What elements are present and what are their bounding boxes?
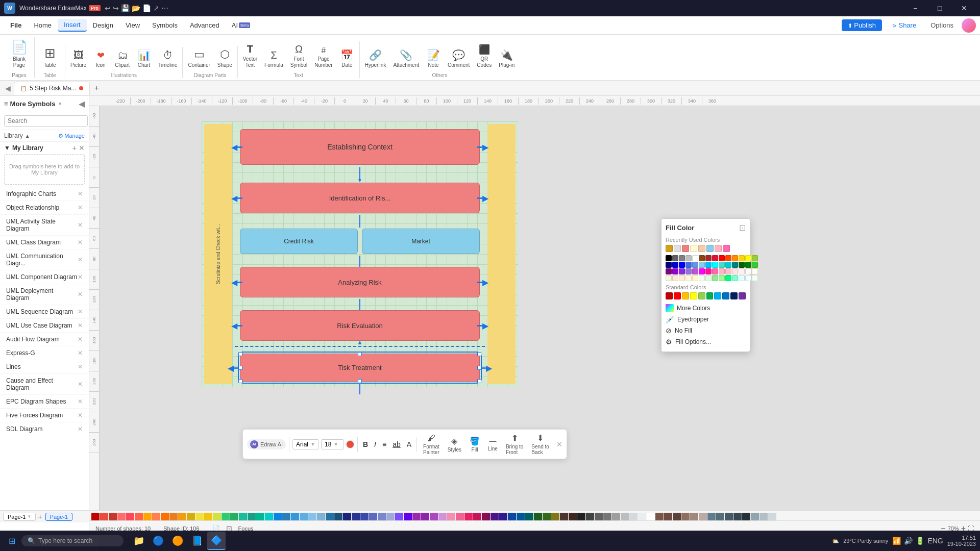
- sidebar-item-close[interactable]: ✕: [78, 256, 83, 263]
- add-page-button[interactable]: +: [38, 513, 42, 521]
- cg-36[interactable]: [712, 268, 718, 274]
- menu-symbols[interactable]: Symbols: [146, 19, 184, 31]
- menu-home[interactable]: Home: [28, 19, 58, 31]
- palette-71[interactable]: [699, 513, 707, 521]
- cg-37[interactable]: [719, 268, 725, 274]
- share-button[interactable]: ⊳ Share: [886, 19, 922, 31]
- sidebar-item-close[interactable]: ✕: [78, 308, 83, 315]
- palette-40[interactable]: [430, 513, 438, 521]
- cg-14[interactable]: [752, 255, 758, 261]
- ribbon-qr-codes[interactable]: ⬛ QRCodes: [474, 42, 495, 70]
- cg-51[interactable]: [719, 275, 725, 281]
- my-library-close[interactable]: ✕: [79, 144, 85, 152]
- cg-38[interactable]: [725, 268, 731, 274]
- recent-color-6[interactable]: [706, 245, 714, 252]
- palette-68[interactable]: [673, 513, 681, 521]
- palette-76[interactable]: [742, 513, 750, 521]
- cg-41[interactable]: [745, 268, 751, 274]
- std-3[interactable]: [682, 292, 689, 299]
- styles-button[interactable]: ◈ Styles: [445, 435, 464, 454]
- page-tab-active[interactable]: Page-1: [45, 513, 72, 521]
- palette-47[interactable]: [491, 513, 499, 521]
- palette-56[interactable]: [569, 513, 577, 521]
- shape-establishing-context[interactable]: Establishing Context ◀━ ━▶: [240, 129, 480, 165]
- std-7[interactable]: [714, 292, 721, 299]
- palette-15[interactable]: [213, 513, 221, 521]
- cg-8[interactable]: [712, 255, 718, 261]
- palette-38[interactable]: [412, 513, 421, 521]
- cg-49[interactable]: [705, 275, 712, 281]
- palette-36[interactable]: [395, 513, 403, 521]
- bring-to-front-button[interactable]: ⬆ Bring toFront: [503, 432, 526, 457]
- cg-40[interactable]: [739, 268, 745, 274]
- palette-46[interactable]: [482, 513, 490, 521]
- publish-button[interactable]: ⬆ Publish: [842, 19, 882, 31]
- size-selector[interactable]: 18 ▼: [321, 439, 344, 449]
- palette-39[interactable]: [421, 513, 429, 521]
- ribbon-clipart[interactable]: 🗂 Clipart: [112, 47, 133, 70]
- sidebar-item-uml-sequence[interactable]: UML Sequence Diagram ✕: [0, 305, 89, 319]
- ribbon-page-number[interactable]: # PageNumber: [311, 44, 336, 70]
- canvas-area[interactable]: -220 -200 -180 -160 -140 -120 -100 -80 -…: [89, 96, 980, 551]
- ribbon-font-symbol[interactable]: Ω FontSymbol: [287, 41, 310, 70]
- ribbon-plugin[interactable]: 🔌 Plug-in: [496, 47, 518, 70]
- close-button[interactable]: ✕: [952, 0, 976, 16]
- std-4[interactable]: [690, 292, 697, 299]
- cg-54[interactable]: [739, 275, 745, 281]
- palette-59[interactable]: [595, 513, 603, 521]
- sidebar-item-close[interactable]: ✕: [78, 239, 83, 246]
- palette-65[interactable]: [647, 513, 655, 521]
- std-5[interactable]: [698, 292, 705, 299]
- color-indicator[interactable]: [346, 440, 354, 448]
- sidebar-item-five-forces[interactable]: Five Forces Diagram ✕: [0, 409, 89, 422]
- sidebar-item-close[interactable]: ✕: [78, 204, 83, 211]
- palette-21[interactable]: [265, 513, 273, 521]
- palette-51[interactable]: [525, 513, 533, 521]
- shape-tisk-treatment[interactable]: Tisk Treatment ▲: [240, 354, 480, 382]
- cg-27[interactable]: [745, 262, 751, 268]
- manage-button[interactable]: ⚙ Manage: [58, 133, 85, 139]
- sidebar-item-cause-effect[interactable]: Cause and Effect Diagram ✕: [0, 374, 89, 395]
- sidebar-item-close[interactable]: ✕: [78, 349, 83, 357]
- palette-17[interactable]: [230, 513, 238, 521]
- font-selector[interactable]: Arial ▼: [292, 439, 319, 449]
- palette-8[interactable]: [152, 513, 160, 521]
- recent-color-7[interactable]: [715, 245, 722, 252]
- palette-22[interactable]: [274, 513, 282, 521]
- sidebar-item-object-relationship[interactable]: Object Relationship ✕: [0, 201, 89, 215]
- undo-button[interactable]: ↩: [105, 4, 111, 12]
- menu-view[interactable]: View: [119, 19, 146, 31]
- sidebar-item-infographic[interactable]: Infographic Charts ✕: [0, 187, 89, 201]
- ribbon-date[interactable]: 📅 Date: [337, 47, 357, 70]
- handle-br[interactable]: [477, 379, 481, 383]
- sidebar-collapse-left[interactable]: ◀: [2, 84, 14, 92]
- handle-tl[interactable]: [238, 352, 242, 356]
- no-fill-button[interactable]: ⊘ No Fill: [666, 325, 746, 336]
- cg-19[interactable]: [692, 262, 698, 268]
- std-8[interactable]: [722, 292, 729, 299]
- sidebar-item-close[interactable]: ✕: [78, 363, 83, 370]
- connect-arrow-right[interactable]: ━▶: [481, 363, 492, 372]
- handle-tc[interactable]: [358, 352, 362, 356]
- cg-25[interactable]: [732, 262, 738, 268]
- palette-35[interactable]: [386, 513, 395, 521]
- taskbar-app-browser-chrome[interactable]: 🟠: [168, 532, 187, 550]
- search-input[interactable]: [4, 115, 88, 127]
- handle-tr[interactable]: [477, 352, 481, 356]
- ribbon-chart[interactable]: 📊 Chart: [134, 47, 154, 70]
- maximize-button[interactable]: □: [928, 0, 951, 16]
- recent-color-2[interactable]: [674, 245, 681, 252]
- share-titlebar-button[interactable]: ↗: [153, 4, 159, 12]
- cg-5[interactable]: [692, 255, 698, 261]
- palette-2[interactable]: [100, 513, 108, 521]
- palette-10[interactable]: [169, 513, 178, 521]
- handle-bc[interactable]: [358, 379, 362, 383]
- cg-31[interactable]: [679, 268, 685, 274]
- save-button[interactable]: 💾: [121, 4, 130, 12]
- document-tab[interactable]: 📋 5 Step Risk Ma...: [14, 82, 90, 95]
- palette-44[interactable]: [464, 513, 473, 521]
- format-painter-button[interactable]: 🖌 FormatPainter: [420, 432, 443, 457]
- palette-27[interactable]: [317, 513, 325, 521]
- palette-29[interactable]: [334, 513, 342, 521]
- palette-16[interactable]: [222, 513, 230, 521]
